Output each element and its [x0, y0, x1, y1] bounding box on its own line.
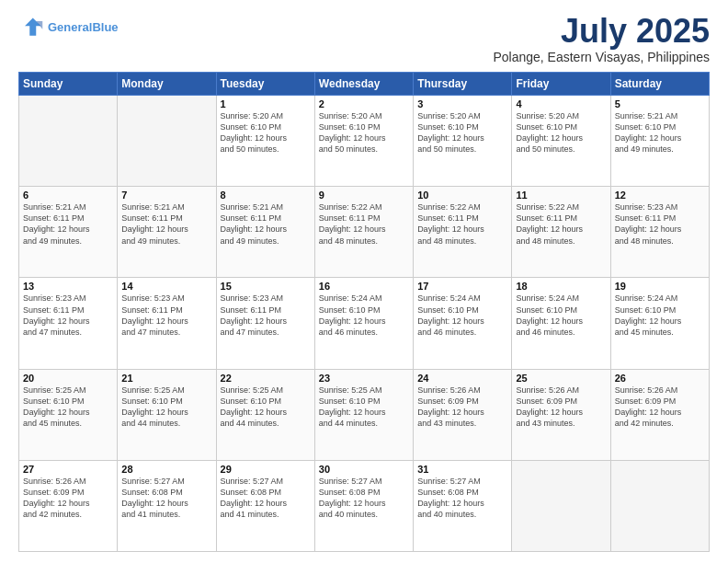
- day-number: 4: [516, 98, 606, 109]
- calendar-cell: 18Sunrise: 5:24 AM Sunset: 6:10 PM Dayli…: [512, 278, 610, 369]
- calendar-cell: 9Sunrise: 5:22 AM Sunset: 6:11 PM Daylig…: [314, 187, 413, 278]
- day-number: 24: [417, 373, 507, 384]
- day-number: 20: [23, 373, 113, 384]
- day-info: Sunrise: 5:22 AM Sunset: 6:11 PM Dayligh…: [319, 201, 409, 247]
- calendar-cell: 5Sunrise: 5:21 AM Sunset: 6:10 PM Daylig…: [610, 96, 709, 187]
- calendar-header-row: SundayMondayTuesdayWednesdayThursdayFrid…: [19, 73, 710, 96]
- day-number: 8: [221, 190, 311, 201]
- calendar-cell: [118, 96, 216, 187]
- day-number: 16: [319, 281, 409, 292]
- calendar-cell: 6Sunrise: 5:21 AM Sunset: 6:11 PM Daylig…: [19, 187, 118, 278]
- week-row-0: 1Sunrise: 5:20 AM Sunset: 6:10 PM Daylig…: [19, 96, 710, 187]
- day-info: Sunrise: 5:22 AM Sunset: 6:11 PM Dayligh…: [516, 201, 606, 247]
- day-number: 2: [319, 98, 409, 109]
- calendar-cell: 21Sunrise: 5:25 AM Sunset: 6:10 PM Dayli…: [118, 369, 216, 460]
- header: GeneralBlue July 2025 Polange, Eastern V…: [18, 15, 710, 64]
- calendar-cell: 28Sunrise: 5:27 AM Sunset: 6:08 PM Dayli…: [118, 460, 216, 551]
- day-number: 27: [23, 464, 113, 475]
- week-row-4: 27Sunrise: 5:26 AM Sunset: 6:09 PM Dayli…: [19, 460, 710, 551]
- day-number: 19: [615, 281, 705, 292]
- calendar-cell: 16Sunrise: 5:24 AM Sunset: 6:10 PM Dayli…: [314, 278, 413, 369]
- day-number: 28: [121, 464, 211, 475]
- day-header-tuesday: Tuesday: [216, 73, 314, 96]
- calendar-cell: 14Sunrise: 5:23 AM Sunset: 6:11 PM Dayli…: [118, 278, 216, 369]
- day-number: 15: [221, 281, 311, 292]
- calendar-cell: 15Sunrise: 5:23 AM Sunset: 6:11 PM Dayli…: [216, 278, 314, 369]
- calendar-cell: 30Sunrise: 5:27 AM Sunset: 6:08 PM Dayli…: [314, 460, 413, 551]
- day-info: Sunrise: 5:24 AM Sunset: 6:10 PM Dayligh…: [417, 293, 507, 338]
- calendar-cell: 8Sunrise: 5:21 AM Sunset: 6:11 PM Daylig…: [216, 187, 314, 278]
- day-number: 10: [417, 190, 507, 201]
- day-info: Sunrise: 5:25 AM Sunset: 6:10 PM Dayligh…: [23, 385, 113, 430]
- page: GeneralBlue July 2025 Polange, Eastern V…: [0, 0, 728, 563]
- day-info: Sunrise: 5:27 AM Sunset: 6:08 PM Dayligh…: [121, 476, 211, 521]
- day-info: Sunrise: 5:26 AM Sunset: 6:09 PM Dayligh…: [23, 476, 113, 521]
- svg-marker-0: [25, 18, 41, 36]
- day-info: Sunrise: 5:23 AM Sunset: 6:11 PM Dayligh…: [221, 293, 311, 338]
- day-number: 29: [221, 464, 311, 475]
- day-info: Sunrise: 5:27 AM Sunset: 6:08 PM Dayligh…: [417, 476, 507, 521]
- calendar-cell: 17Sunrise: 5:24 AM Sunset: 6:10 PM Dayli…: [414, 278, 512, 369]
- day-number: 17: [417, 281, 507, 292]
- day-info: Sunrise: 5:24 AM Sunset: 6:10 PM Dayligh…: [615, 293, 705, 338]
- day-number: 11: [516, 190, 606, 201]
- day-info: Sunrise: 5:24 AM Sunset: 6:10 PM Dayligh…: [319, 293, 409, 338]
- day-number: 13: [23, 281, 113, 292]
- day-number: 9: [319, 190, 409, 201]
- day-info: Sunrise: 5:21 AM Sunset: 6:10 PM Dayligh…: [615, 110, 705, 155]
- day-info: Sunrise: 5:25 AM Sunset: 6:10 PM Dayligh…: [121, 385, 211, 430]
- calendar-cell: 23Sunrise: 5:25 AM Sunset: 6:10 PM Dayli…: [314, 369, 413, 460]
- calendar-cell: 22Sunrise: 5:25 AM Sunset: 6:10 PM Dayli…: [216, 369, 314, 460]
- day-info: Sunrise: 5:21 AM Sunset: 6:11 PM Dayligh…: [23, 201, 113, 247]
- logo: GeneralBlue: [18, 15, 119, 40]
- day-number: 7: [121, 190, 211, 201]
- day-info: Sunrise: 5:27 AM Sunset: 6:08 PM Dayligh…: [319, 476, 409, 521]
- day-info: Sunrise: 5:20 AM Sunset: 6:10 PM Dayligh…: [516, 110, 606, 155]
- calendar-cell: [19, 96, 118, 187]
- day-number: 21: [121, 373, 211, 384]
- calendar-cell: 4Sunrise: 5:20 AM Sunset: 6:10 PM Daylig…: [512, 96, 610, 187]
- logo-icon: [18, 15, 44, 40]
- day-number: 1: [221, 98, 311, 109]
- day-info: Sunrise: 5:25 AM Sunset: 6:10 PM Dayligh…: [221, 385, 311, 430]
- week-row-3: 20Sunrise: 5:25 AM Sunset: 6:10 PM Dayli…: [19, 369, 710, 460]
- day-info: Sunrise: 5:22 AM Sunset: 6:11 PM Dayligh…: [417, 201, 507, 247]
- main-title: July 2025: [493, 15, 710, 48]
- day-info: Sunrise: 5:21 AM Sunset: 6:11 PM Dayligh…: [221, 201, 311, 247]
- subtitle: Polange, Eastern Visayas, Philippines: [493, 50, 710, 64]
- calendar-cell: 11Sunrise: 5:22 AM Sunset: 6:11 PM Dayli…: [512, 187, 610, 278]
- day-header-sunday: Sunday: [19, 73, 118, 96]
- day-header-monday: Monday: [118, 73, 216, 96]
- calendar-cell: [512, 460, 610, 551]
- calendar-cell: 10Sunrise: 5:22 AM Sunset: 6:11 PM Dayli…: [414, 187, 512, 278]
- day-info: Sunrise: 5:25 AM Sunset: 6:10 PM Dayligh…: [319, 385, 409, 430]
- day-info: Sunrise: 5:23 AM Sunset: 6:11 PM Dayligh…: [23, 293, 113, 338]
- day-info: Sunrise: 5:26 AM Sunset: 6:09 PM Dayligh…: [516, 385, 606, 430]
- day-header-wednesday: Wednesday: [314, 73, 413, 96]
- calendar-cell: 25Sunrise: 5:26 AM Sunset: 6:09 PM Dayli…: [512, 369, 610, 460]
- title-section: July 2025 Polange, Eastern Visayas, Phil…: [493, 15, 710, 64]
- calendar-table: SundayMondayTuesdayWednesdayThursdayFrid…: [18, 72, 710, 552]
- day-header-saturday: Saturday: [610, 73, 709, 96]
- day-info: Sunrise: 5:23 AM Sunset: 6:11 PM Dayligh…: [121, 293, 211, 338]
- logo-blue: Blue: [92, 20, 118, 34]
- calendar-cell: 31Sunrise: 5:27 AM Sunset: 6:08 PM Dayli…: [414, 460, 512, 551]
- day-header-friday: Friday: [512, 73, 610, 96]
- day-number: 31: [417, 464, 507, 475]
- day-number: 6: [23, 190, 113, 201]
- calendar-cell: 20Sunrise: 5:25 AM Sunset: 6:10 PM Dayli…: [19, 369, 118, 460]
- day-number: 3: [417, 98, 507, 109]
- calendar-cell: 26Sunrise: 5:26 AM Sunset: 6:09 PM Dayli…: [610, 369, 709, 460]
- day-info: Sunrise: 5:24 AM Sunset: 6:10 PM Dayligh…: [516, 293, 606, 338]
- day-info: Sunrise: 5:21 AM Sunset: 6:11 PM Dayligh…: [121, 201, 211, 247]
- day-info: Sunrise: 5:23 AM Sunset: 6:11 PM Dayligh…: [615, 201, 705, 247]
- calendar-cell: 12Sunrise: 5:23 AM Sunset: 6:11 PM Dayli…: [610, 187, 709, 278]
- day-info: Sunrise: 5:20 AM Sunset: 6:10 PM Dayligh…: [221, 110, 311, 155]
- day-info: Sunrise: 5:26 AM Sunset: 6:09 PM Dayligh…: [417, 385, 507, 430]
- calendar-cell: [610, 460, 709, 551]
- day-number: 14: [121, 281, 211, 292]
- calendar-cell: 2Sunrise: 5:20 AM Sunset: 6:10 PM Daylig…: [314, 96, 413, 187]
- calendar-cell: 29Sunrise: 5:27 AM Sunset: 6:08 PM Dayli…: [216, 460, 314, 551]
- calendar-cell: 3Sunrise: 5:20 AM Sunset: 6:10 PM Daylig…: [414, 96, 512, 187]
- calendar-cell: 1Sunrise: 5:20 AM Sunset: 6:10 PM Daylig…: [216, 96, 314, 187]
